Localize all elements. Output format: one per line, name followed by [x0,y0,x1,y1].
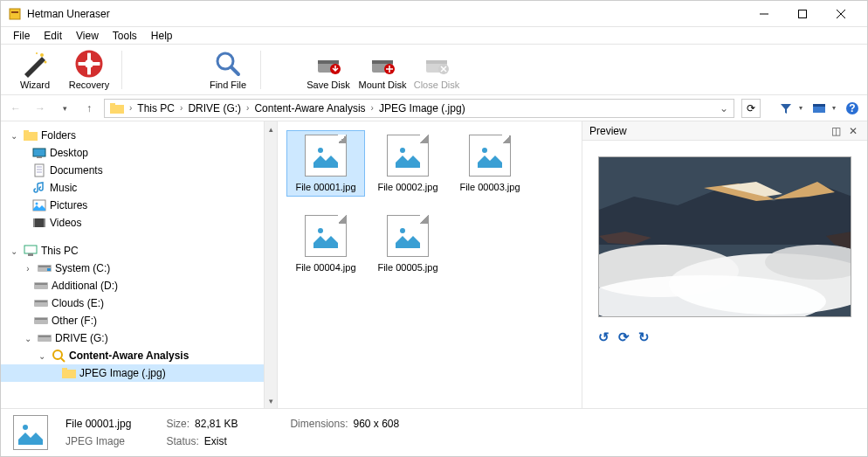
back-button[interactable]: ← [6,99,25,118]
history-dropdown[interactable]: ▾ [55,99,74,118]
menu-file[interactable]: File [6,28,37,44]
image-icon [305,215,347,257]
tree-other-f[interactable]: Other (F:) [1,312,277,329]
menu-view[interactable]: View [69,28,106,44]
image-icon [387,135,429,177]
svg-rect-12 [77,62,101,66]
svg-point-66 [482,148,487,153]
image-icon [387,215,429,257]
crumb-analysis[interactable]: Content-Aware Analysis [251,102,369,114]
svg-rect-25 [110,105,124,114]
close-button[interactable] [822,1,860,27]
folder-icon [107,102,127,114]
mount-disk-button[interactable]: Mount Disk [355,50,410,90]
status-dim-value: 960 x 608 [353,418,399,430]
svg-rect-0 [10,9,20,19]
file-item[interactable]: File 00001.jpg [286,130,365,197]
wizard-button[interactable]: Wizard [8,50,62,90]
file-item[interactable]: File 00005.jpg [369,211,447,277]
crumb-type[interactable]: JPEG Image (.jpg) [375,102,469,114]
rotate-right-icon[interactable]: ↻ [638,329,650,345]
tree-clouds-e[interactable]: Clouds (E:) [1,294,277,312]
tree-folders[interactable]: ⌄Folders [1,127,277,144]
titlebar: Hetman Uneraser [1,1,867,27]
svg-rect-28 [813,104,825,107]
tree-additional-d[interactable]: Additional (D:) [1,277,277,294]
close-disk-button: Close Disk [410,50,464,90]
svg-point-40 [36,203,38,205]
tree-thispc[interactable]: ⌄This PC [1,242,277,260]
recovery-label: Recovery [69,80,109,90]
file-item[interactable]: File 00003.jpg [451,130,529,197]
help-button[interactable]: ? [843,99,862,118]
status-size-label: Size: [166,418,189,430]
menu-edit[interactable]: Edit [37,28,69,44]
tree-documents[interactable]: Documents [1,162,277,179]
svg-rect-34 [37,156,42,158]
svg-point-6 [40,53,44,57]
svg-rect-33 [33,149,45,156]
menu-help[interactable]: Help [144,28,180,44]
tree-system-c[interactable]: ›System (C:) [1,260,277,277]
status-size-value: 82,81 KB [195,418,238,430]
refresh-button[interactable]: ⟳ [741,99,761,118]
svg-rect-3 [799,10,807,17]
svg-rect-1 [11,11,18,13]
svg-line-58 [61,358,65,362]
file-label: File 00001.jpg [295,182,355,192]
menubar: File Edit View Tools Help [1,27,867,45]
crumb-thispc[interactable]: This PC [134,102,178,114]
tree-scrollbar[interactable]: ▴▾ [264,121,277,408]
tree-music[interactable]: Music [1,179,277,197]
preview-controls: ↺ ⟳ ↻ [598,329,851,345]
filter-button[interactable] [776,99,796,118]
minimize-button[interactable] [745,1,783,27]
crumb-drive[interactable]: DRIVE (G:) [184,102,245,114]
refresh-icon[interactable]: ⟳ [618,329,630,345]
recovery-button[interactable]: Recovery [62,50,116,90]
breadcrumb-dropdown[interactable]: ⌄ [716,102,732,114]
forward-button[interactable]: → [31,99,50,118]
file-label: File 00005.jpg [377,262,437,273]
svg-point-8 [36,52,38,54]
svg-rect-42 [33,218,35,227]
find-file-button[interactable]: Find File [201,50,255,90]
svg-point-57 [53,350,62,359]
svg-rect-31 [24,132,38,141]
file-item[interactable]: File 00004.jpg [286,211,365,277]
tree-videos[interactable]: Videos [1,214,277,232]
image-icon [305,135,347,177]
tree-desktop[interactable]: Desktop [1,144,277,162]
close-label: Close Disk [414,80,460,90]
menu-tools[interactable]: Tools [106,28,144,44]
tree-pictures[interactable]: Pictures [1,197,277,214]
preview-image [598,156,851,317]
chevron-right-icon: › [245,103,251,113]
svg-rect-59 [62,370,76,378]
save-disk-button[interactable]: Save Disk [301,50,355,90]
close-panel-icon[interactable]: ✕ [846,124,860,138]
tree-content-aware[interactable]: ⌄Content-Aware Analysis [1,347,277,364]
rotate-left-icon[interactable]: ↺ [598,329,610,345]
undock-icon[interactable]: ◫ [829,124,843,138]
file-item[interactable]: File 00002.jpg [369,130,447,197]
svg-rect-48 [47,268,51,271]
svg-rect-41 [33,218,45,227]
svg-rect-44 [24,246,37,253]
svg-rect-17 [318,60,339,64]
filter-dropdown-icon[interactable]: ▾ [797,104,803,112]
status-thumbnail [13,415,48,450]
folder-tree: ⌄Folders Desktop Documents Music Picture… [1,121,277,408]
up-button[interactable]: ↑ [79,99,99,118]
status-status-label: Status: [166,435,198,447]
maximize-button[interactable] [783,1,822,27]
file-list[interactable]: File 00001.jpg File 00002.jpg File 00003… [277,121,582,408]
view-button[interactable] [809,99,829,118]
main: ⌄Folders Desktop Documents Music Picture… [1,121,867,408]
app-icon [8,7,22,21]
tree-jpeg-image[interactable]: JPEG Image (.jpg) [1,364,277,382]
view-dropdown-icon[interactable]: ▾ [830,104,836,112]
svg-rect-56 [38,336,51,337]
tree-drive-g[interactable]: ⌄DRIVE (G:) [1,329,277,347]
breadcrumb[interactable]: › This PC › DRIVE (G:) › Content-Aware A… [104,99,734,118]
